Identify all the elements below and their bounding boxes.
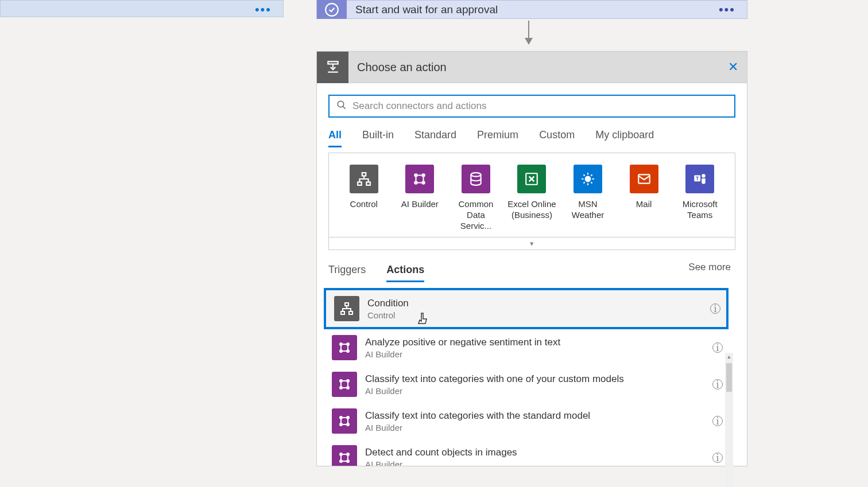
- flow-arrow-icon: [528, 21, 529, 44]
- connector-icon: [350, 165, 378, 193]
- tab-triggers[interactable]: Triggers: [328, 259, 366, 282]
- choose-action-icon: [317, 52, 348, 83]
- svg-point-27: [346, 386, 350, 389]
- see-more-link[interactable]: See more: [688, 262, 731, 273]
- info-icon[interactable]: i: [712, 379, 723, 389]
- approval-icon: [317, 0, 347, 19]
- svg-point-35: [346, 459, 350, 463]
- trigger-action-tabs: Triggers Actions See more: [317, 250, 747, 282]
- info-icon[interactable]: i: [712, 453, 723, 463]
- connector-excel-online-business-[interactable]: Excel Online (Business): [504, 165, 559, 231]
- svg-rect-17: [345, 303, 348, 306]
- connector-label: AI Builder: [401, 199, 439, 210]
- svg-point-31: [346, 423, 350, 426]
- svg-point-30: [339, 423, 343, 426]
- left-card: •••: [0, 0, 284, 17]
- svg-rect-19: [349, 311, 352, 314]
- info-icon[interactable]: i: [710, 303, 720, 314]
- choose-action-panel: Choose an action ✕ AllBuilt-inStandardPr…: [316, 51, 747, 466]
- filter-tab-premium[interactable]: Premium: [477, 124, 518, 147]
- filter-tab-all[interactable]: All: [328, 124, 342, 147]
- connector-label: Control: [350, 199, 378, 210]
- connector-label: MSN Weather: [562, 199, 614, 221]
- tab-actions[interactable]: Actions: [386, 259, 424, 282]
- expand-connectors-button[interactable]: ▾: [328, 237, 735, 250]
- choose-action-title: Choose an action: [357, 61, 447, 74]
- connector-microsoft-teams[interactable]: TMicrosoft Teams: [672, 165, 727, 231]
- svg-point-22: [339, 349, 343, 353]
- action-item-name: Classify text into categories with one o…: [365, 373, 624, 385]
- connector-mail[interactable]: Mail: [617, 165, 672, 231]
- connector-ai-builder[interactable]: AI Builder: [392, 165, 447, 231]
- action-item-name: Analyze positive or negative sentiment i…: [365, 337, 560, 348]
- action-item-analyze-positive-or-negative-s[interactable]: Analyze positive or negative sentiment i…: [324, 329, 728, 366]
- filter-tab-custom[interactable]: Custom: [539, 124, 575, 147]
- action-item-condition[interactable]: ConditionControli: [324, 288, 728, 329]
- action-item-detect-and-count-objects-in-im[interactable]: Detect and count objects in imagesAI Bui…: [324, 439, 728, 466]
- approval-menu-icon[interactable]: •••: [719, 2, 735, 17]
- approval-step-card[interactable]: Start and wait for an approval •••: [316, 0, 747, 19]
- action-item-icon: [332, 372, 357, 397]
- left-card-menu[interactable]: •••: [255, 2, 272, 17]
- action-item-classify-text-into-categories-[interactable]: Classify text into categories with the s…: [324, 403, 728, 439]
- svg-point-32: [339, 453, 343, 456]
- action-item-icon: [332, 408, 357, 434]
- connector-label: Common Data Servic...: [450, 199, 502, 231]
- action-item-name: Condition: [367, 298, 409, 309]
- approval-title: Start and wait for an approval: [355, 3, 498, 16]
- svg-text:T: T: [696, 176, 699, 181]
- filter-tab-built-in[interactable]: Built-in: [362, 124, 394, 147]
- connector-control[interactable]: Control: [336, 165, 392, 231]
- filter-tab-my-clipboard[interactable]: My clipboard: [595, 124, 654, 147]
- svg-point-16: [702, 174, 706, 178]
- action-list: ConditionControliAnalyze positive or neg…: [324, 288, 728, 466]
- svg-point-8: [414, 181, 418, 185]
- close-icon[interactable]: ✕: [728, 60, 738, 75]
- action-item-category: AI Builder: [365, 349, 560, 359]
- svg-point-34: [339, 459, 343, 463]
- svg-rect-4: [358, 182, 362, 185]
- svg-point-24: [339, 379, 343, 383]
- svg-point-26: [339, 386, 343, 389]
- svg-point-10: [471, 173, 480, 177]
- info-icon[interactable]: i: [712, 342, 723, 353]
- connector-common-data-servic-[interactable]: Common Data Servic...: [448, 165, 503, 231]
- svg-point-2: [338, 101, 344, 107]
- svg-point-7: [422, 173, 426, 177]
- scroll-thumb[interactable]: [726, 363, 732, 392]
- scrollbar[interactable]: ▲: [725, 353, 733, 487]
- choose-action-header: Choose an action ✕: [317, 52, 747, 83]
- svg-point-20: [339, 342, 343, 346]
- search-input[interactable]: [352, 100, 727, 112]
- filter-tabs: AllBuilt-inStandardPremiumCustomMy clipb…: [317, 124, 747, 148]
- svg-point-33: [346, 453, 350, 456]
- svg-point-25: [346, 379, 350, 383]
- action-item-icon: [332, 445, 357, 466]
- chevron-down-icon: ▾: [530, 239, 534, 248]
- action-item-icon: [332, 335, 357, 360]
- search-icon: [336, 100, 347, 112]
- connector-icon: [517, 165, 546, 193]
- connector-label: Mail: [636, 199, 652, 210]
- action-item-category: AI Builder: [365, 423, 590, 433]
- svg-rect-18: [341, 311, 344, 314]
- svg-rect-5: [366, 182, 370, 185]
- svg-point-6: [414, 173, 418, 177]
- connector-icon: [405, 165, 434, 193]
- action-item-icon: [334, 296, 359, 321]
- action-item-name: Detect and count objects in images: [365, 447, 517, 458]
- connector-icon: [462, 165, 490, 193]
- connector-icon: [574, 165, 602, 193]
- info-icon[interactable]: i: [712, 416, 723, 426]
- connectors-grid: ControlAI BuilderCommon Data Servic...Ex…: [328, 153, 735, 237]
- connector-label: Microsoft Teams: [674, 199, 726, 221]
- search-box[interactable]: [328, 95, 735, 118]
- action-item-classify-text-into-categories-[interactable]: Classify text into categories with one o…: [324, 366, 728, 403]
- svg-point-23: [346, 349, 350, 353]
- connector-msn-weather[interactable]: MSN Weather: [560, 165, 615, 231]
- svg-rect-3: [362, 173, 366, 176]
- action-item-category: AI Builder: [365, 386, 624, 396]
- action-item-category: AI Builder: [365, 459, 517, 466]
- filter-tab-standard[interactable]: Standard: [414, 124, 456, 147]
- scroll-up-icon[interactable]: ▲: [725, 353, 733, 361]
